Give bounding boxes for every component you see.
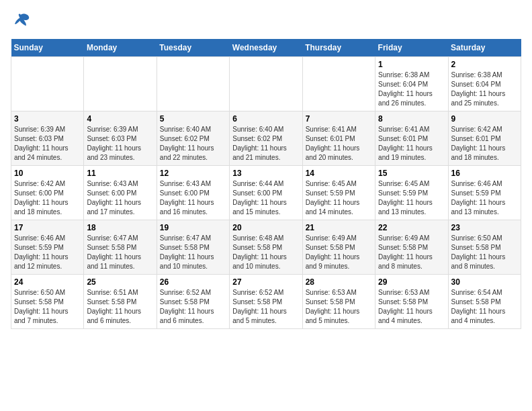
day-number: 9 xyxy=(451,114,518,124)
weekday-header-cell: Friday xyxy=(375,39,448,57)
calendar-week-row: 10Sunrise: 6:42 AM Sunset: 6:00 PM Dayli… xyxy=(11,166,521,220)
calendar-cell: 20Sunrise: 6:48 AM Sunset: 5:58 PM Dayli… xyxy=(230,220,302,275)
day-info: Sunrise: 6:48 AM Sunset: 5:58 PM Dayligh… xyxy=(232,234,299,271)
calendar-cell: 5Sunrise: 6:40 AM Sunset: 6:02 PM Daylig… xyxy=(157,111,229,166)
calendar-cell: 4Sunrise: 6:39 AM Sunset: 6:03 PM Daylig… xyxy=(84,111,157,166)
calendar-cell: 24Sunrise: 6:50 AM Sunset: 5:58 PM Dayli… xyxy=(11,275,84,329)
calendar-cell: 1Sunrise: 6:38 AM Sunset: 6:04 PM Daylig… xyxy=(375,57,448,111)
day-number: 5 xyxy=(160,114,226,124)
day-number: 20 xyxy=(232,223,299,232)
calendar-cell: 3Sunrise: 6:39 AM Sunset: 6:03 PM Daylig… xyxy=(11,111,84,166)
day-info: Sunrise: 6:40 AM Sunset: 6:02 PM Dayligh… xyxy=(160,125,226,163)
day-info: Sunrise: 6:45 AM Sunset: 5:59 PM Dayligh… xyxy=(306,179,372,217)
calendar-cell: 19Sunrise: 6:47 AM Sunset: 5:58 PM Dayli… xyxy=(157,220,229,275)
day-info: Sunrise: 6:54 AM Sunset: 5:58 PM Dayligh… xyxy=(451,288,518,326)
calendar-cell: 6Sunrise: 6:40 AM Sunset: 6:02 PM Daylig… xyxy=(230,111,302,166)
day-info: Sunrise: 6:44 AM Sunset: 6:00 PM Dayligh… xyxy=(232,179,299,217)
day-info: Sunrise: 6:53 AM Sunset: 5:58 PM Dayligh… xyxy=(378,288,445,326)
day-number: 13 xyxy=(232,169,299,178)
day-number: 1 xyxy=(378,60,445,69)
calendar-cell: 14Sunrise: 6:45 AM Sunset: 5:59 PM Dayli… xyxy=(302,166,375,220)
day-info: Sunrise: 6:46 AM Sunset: 5:59 PM Dayligh… xyxy=(451,179,518,217)
page-header xyxy=(11,11,521,31)
calendar-cell: 29Sunrise: 6:53 AM Sunset: 5:58 PM Dayli… xyxy=(375,275,448,329)
day-info: Sunrise: 6:52 AM Sunset: 5:58 PM Dayligh… xyxy=(232,288,299,326)
day-info: Sunrise: 6:38 AM Sunset: 6:04 PM Dayligh… xyxy=(451,71,518,108)
calendar-week-row: 17Sunrise: 6:46 AM Sunset: 5:59 PM Dayli… xyxy=(11,220,521,275)
calendar-cell: 27Sunrise: 6:52 AM Sunset: 5:58 PM Dayli… xyxy=(230,275,302,329)
logo xyxy=(11,11,34,31)
calendar-cell xyxy=(11,57,84,111)
day-info: Sunrise: 6:50 AM Sunset: 5:58 PM Dayligh… xyxy=(14,288,81,326)
weekday-header-cell: Thursday xyxy=(302,39,375,57)
day-info: Sunrise: 6:39 AM Sunset: 6:03 PM Dayligh… xyxy=(14,125,81,163)
calendar-cell: 11Sunrise: 6:43 AM Sunset: 6:00 PM Dayli… xyxy=(84,166,157,220)
day-number: 4 xyxy=(87,114,153,124)
weekday-header-cell: Monday xyxy=(84,39,157,57)
day-number: 8 xyxy=(378,114,445,124)
weekday-header-cell: Tuesday xyxy=(157,39,229,57)
day-number: 18 xyxy=(87,223,153,232)
day-number: 29 xyxy=(378,277,445,287)
calendar-cell: 12Sunrise: 6:43 AM Sunset: 6:00 PM Dayli… xyxy=(157,166,229,220)
calendar-cell: 30Sunrise: 6:54 AM Sunset: 5:58 PM Dayli… xyxy=(448,275,521,329)
calendar-cell: 28Sunrise: 6:53 AM Sunset: 5:58 PM Dayli… xyxy=(302,275,375,329)
day-info: Sunrise: 6:39 AM Sunset: 6:03 PM Dayligh… xyxy=(87,125,153,163)
day-number: 28 xyxy=(306,277,372,287)
weekday-header-cell: Saturday xyxy=(448,39,521,57)
calendar-cell: 16Sunrise: 6:46 AM Sunset: 5:59 PM Dayli… xyxy=(448,166,521,220)
day-number: 24 xyxy=(14,277,81,287)
day-number: 27 xyxy=(232,277,299,287)
day-info: Sunrise: 6:43 AM Sunset: 6:00 PM Dayligh… xyxy=(87,179,153,217)
day-info: Sunrise: 6:45 AM Sunset: 5:59 PM Dayligh… xyxy=(378,179,445,217)
day-info: Sunrise: 6:41 AM Sunset: 6:01 PM Dayligh… xyxy=(306,125,372,163)
day-info: Sunrise: 6:43 AM Sunset: 6:00 PM Dayligh… xyxy=(160,179,226,217)
calendar-cell: 9Sunrise: 6:42 AM Sunset: 6:01 PM Daylig… xyxy=(448,111,521,166)
day-info: Sunrise: 6:47 AM Sunset: 5:58 PM Dayligh… xyxy=(87,234,153,271)
calendar-week-row: 3Sunrise: 6:39 AM Sunset: 6:03 PM Daylig… xyxy=(11,111,521,166)
calendar-cell xyxy=(302,57,375,111)
calendar-cell xyxy=(157,57,229,111)
calendar-cell: 25Sunrise: 6:51 AM Sunset: 5:58 PM Dayli… xyxy=(84,275,157,329)
day-info: Sunrise: 6:49 AM Sunset: 5:58 PM Dayligh… xyxy=(378,234,445,271)
calendar-cell: 7Sunrise: 6:41 AM Sunset: 6:01 PM Daylig… xyxy=(302,111,375,166)
calendar-table: SundayMondayTuesdayWednesdayThursdayFrid… xyxy=(11,39,521,329)
calendar-cell: 17Sunrise: 6:46 AM Sunset: 5:59 PM Dayli… xyxy=(11,220,84,275)
day-info: Sunrise: 6:47 AM Sunset: 5:58 PM Dayligh… xyxy=(160,234,226,271)
calendar-week-row: 24Sunrise: 6:50 AM Sunset: 5:58 PM Dayli… xyxy=(11,275,521,329)
calendar-cell: 15Sunrise: 6:45 AM Sunset: 5:59 PM Dayli… xyxy=(375,166,448,220)
day-number: 3 xyxy=(14,114,81,124)
day-info: Sunrise: 6:53 AM Sunset: 5:58 PM Dayligh… xyxy=(306,288,372,326)
weekday-header-row: SundayMondayTuesdayWednesdayThursdayFrid… xyxy=(11,39,521,57)
day-info: Sunrise: 6:50 AM Sunset: 5:58 PM Dayligh… xyxy=(451,234,518,271)
calendar-week-row: 1Sunrise: 6:38 AM Sunset: 6:04 PM Daylig… xyxy=(11,57,521,111)
logo-bird-icon xyxy=(11,11,31,31)
day-number: 11 xyxy=(87,169,153,178)
day-number: 17 xyxy=(14,223,81,232)
calendar-body: 1Sunrise: 6:38 AM Sunset: 6:04 PM Daylig… xyxy=(11,57,521,329)
day-number: 12 xyxy=(160,169,226,178)
day-number: 30 xyxy=(451,277,518,287)
calendar-cell: 21Sunrise: 6:49 AM Sunset: 5:58 PM Dayli… xyxy=(302,220,375,275)
day-number: 10 xyxy=(14,169,81,178)
calendar-cell: 10Sunrise: 6:42 AM Sunset: 6:00 PM Dayli… xyxy=(11,166,84,220)
calendar-cell: 8Sunrise: 6:41 AM Sunset: 6:01 PM Daylig… xyxy=(375,111,448,166)
day-info: Sunrise: 6:38 AM Sunset: 6:04 PM Dayligh… xyxy=(378,71,445,108)
day-number: 25 xyxy=(87,277,153,287)
day-number: 26 xyxy=(160,277,226,287)
day-info: Sunrise: 6:42 AM Sunset: 6:01 PM Dayligh… xyxy=(451,125,518,163)
day-info: Sunrise: 6:46 AM Sunset: 5:59 PM Dayligh… xyxy=(14,234,81,271)
calendar-cell: 13Sunrise: 6:44 AM Sunset: 6:00 PM Dayli… xyxy=(230,166,302,220)
calendar-cell xyxy=(230,57,302,111)
calendar-cell: 18Sunrise: 6:47 AM Sunset: 5:58 PM Dayli… xyxy=(84,220,157,275)
day-info: Sunrise: 6:40 AM Sunset: 6:02 PM Dayligh… xyxy=(232,125,299,163)
day-number: 19 xyxy=(160,223,226,232)
calendar-cell: 26Sunrise: 6:52 AM Sunset: 5:58 PM Dayli… xyxy=(157,275,229,329)
day-number: 2 xyxy=(451,60,518,69)
day-info: Sunrise: 6:52 AM Sunset: 5:58 PM Dayligh… xyxy=(160,288,226,326)
calendar-cell: 2Sunrise: 6:38 AM Sunset: 6:04 PM Daylig… xyxy=(448,57,521,111)
day-number: 7 xyxy=(306,114,372,124)
day-info: Sunrise: 6:51 AM Sunset: 5:58 PM Dayligh… xyxy=(87,288,153,326)
day-number: 14 xyxy=(306,169,372,178)
day-number: 22 xyxy=(378,223,445,232)
